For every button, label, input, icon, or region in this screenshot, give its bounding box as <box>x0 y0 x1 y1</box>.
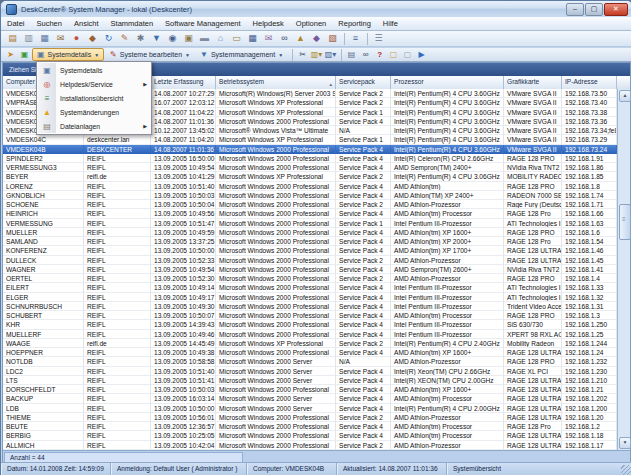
table-row[interactable]: SAMLANDREIFL13.09.2005 13:37:25Microsoft… <box>3 237 617 246</box>
license-icon[interactable]: ▭ <box>229 32 244 45</box>
minimize-button[interactable]: – <box>566 3 584 16</box>
status-ok-icon[interactable]: ▣ <box>18 49 31 61</box>
table-row[interactable]: VMDESK04BDESKCENTER14.08.2007 11:01:36Mi… <box>3 145 617 154</box>
vertical-scrollbar[interactable]: ▲ ▼ <box>617 89 630 450</box>
table-row[interactable]: BEYERreifl.de13.09.2005 10:41:29Microsof… <box>3 172 617 181</box>
table-row[interactable]: LDC2REIFL13.09.2005 10:51:40Microsoft Wi… <box>3 367 617 376</box>
home-icon[interactable]: ⌂ <box>213 32 228 45</box>
database-icon[interactable]: ▬ <box>197 32 212 45</box>
table-row[interactable]: WAGNERREIFL13.09.2005 10:49:54Microsoft … <box>3 265 617 274</box>
title-bar[interactable]: DeskCenter® System Manager - lokal (Desk… <box>1 1 631 17</box>
search-monitor-icon[interactable]: ◉ <box>165 32 180 45</box>
menu-item-installationsübersicht[interactable]: ≡Installationsübersicht <box>38 91 150 105</box>
refresh-icon[interactable]: ↻ <box>101 32 116 45</box>
table-row[interactable]: KHRREIFL13.09.2005 14:39:43Microsoft Win… <box>3 320 617 329</box>
table-row[interactable]: BACKUPREIFL13.09.2005 16:03:14Microsoft … <box>3 394 617 403</box>
table-row[interactable]: SCHNURRBUSCHREIFL13.09.2005 10:49:30Micr… <box>3 302 617 311</box>
table-row[interactable]: MUELLERFREIFL13.09.2005 10:49:46Microsof… <box>3 330 617 339</box>
menu-optionen[interactable]: Optionen <box>290 17 332 30</box>
user-globe-icon[interactable]: ◆ <box>85 32 100 45</box>
menu-suchen[interactable]: Suchen <box>31 17 68 30</box>
archive-icon[interactable]: ▣ <box>181 32 196 45</box>
gears-icon[interactable]: ✱ <box>133 32 148 45</box>
launch-icon[interactable]: ➤ <box>4 49 17 61</box>
scroll-up-button[interactable]: ▲ <box>619 90 631 102</box>
window-disabled-icon[interactable]: ▢ <box>401 49 414 61</box>
table-row[interactable]: LTSREIFL13.09.2005 10:51:41Microsoft Win… <box>3 376 617 385</box>
user-key-icon[interactable]: ✉ <box>53 32 68 45</box>
sort-list-icon[interactable]: ≡ <box>348 32 363 45</box>
contacts-icon[interactable]: ✉ <box>261 32 276 45</box>
menu-datei[interactable]: Datei <box>1 17 31 30</box>
column-header-prozessor[interactable]: Prozessor <box>391 76 504 89</box>
users-icon[interactable]: ● <box>69 32 84 45</box>
table-row[interactable]: VERMESSUNGREIFL13.09.2005 10:51:47Micros… <box>3 219 617 228</box>
table-row[interactable]: ELGERREIFL13.09.2005 10:49:17Microsoft W… <box>3 293 617 302</box>
table-row[interactable]: OERTELREIFL13.09.2005 10:52:30Microsoft … <box>3 274 617 283</box>
window-icon[interactable]: ▢ <box>387 49 400 61</box>
table-row[interactable]: THIEMEREIFL13.09.2005 10:56:01Microsoft … <box>3 413 617 422</box>
menu-stammdaten[interactable]: Stammdaten <box>105 17 160 30</box>
table-row[interactable]: BERBIGREIFL13.09.2005 10:25:05Microsoft … <box>3 431 617 440</box>
columns-dropdown-icon[interactable]: ▥▾ <box>310 49 323 61</box>
paste-icon[interactable]: ▤ <box>5 32 20 45</box>
group-icon[interactable]: ◆ <box>309 32 324 45</box>
table-row[interactable]: VMDESK04Cdeskcenter.lan14.08.2007 11:04:… <box>3 135 617 144</box>
db-stack-icon[interactable]: ☰ <box>371 32 386 45</box>
column-header-ip-adresse[interactable]: IP-Adresse <box>562 76 617 89</box>
column-header-letzte-erfassung[interactable]: Letzte Erfassung <box>151 76 216 89</box>
column-header-betriebssystem[interactable]: Betriebssystem▲ <box>216 76 336 89</box>
table-row[interactable]: KONFERENZREIFL13.09.2005 10:50:00Microso… <box>3 246 617 255</box>
table-row[interactable]: EILERTREIFL13.09.2005 10:49:14Microsoft … <box>3 283 617 292</box>
table-row[interactable]: MUELLERREIFL13.09.2005 10:49:59Microsoft… <box>3 228 617 237</box>
close-button[interactable]: ✕ <box>604 3 628 16</box>
table-row[interactable]: SCHUBERTREIFL13.09.2005 10:50:07Microsof… <box>3 311 617 320</box>
menu-item-dateianlagen[interactable]: ▤Dateianlagen▶ <box>38 119 150 133</box>
table-row[interactable]: LORENZREIFL13.09.2005 10:51:40Microsoft … <box>3 182 617 191</box>
maximize-button[interactable]: ▢ <box>585 3 603 16</box>
table-row[interactable]: DORSCHFELDTREIFL13.09.2005 10:50:03Micro… <box>3 385 617 394</box>
table-row[interactable]: BEUTEREIFL13.09.2005 12:36:57Microsoft W… <box>3 422 617 431</box>
menu-ansicht[interactable]: Ansicht <box>68 17 105 30</box>
table-row[interactable]: VERMESSUNG3REIFL13.09.2005 10:49:54Micro… <box>3 163 617 172</box>
menu-item-helpdesk-service[interactable]: ◎Helpdesk/Service▶ <box>38 77 150 91</box>
help-icon[interactable]: ? <box>373 49 386 61</box>
print-icon[interactable]: ▤ <box>345 49 358 61</box>
import-icon[interactable]: ▼ <box>149 32 164 45</box>
column-header-grafikkarte[interactable]: Grafikkarte <box>504 76 562 89</box>
table-row[interactable]: WAAGEreifl.de13.09.2005 14:45:49Microsof… <box>3 339 617 348</box>
binoculars-icon[interactable]: ∞ <box>277 32 292 45</box>
menu-hilfe[interactable]: Hilfe <box>377 17 404 30</box>
find-icon[interactable]: ∞ <box>359 49 372 61</box>
table-row[interactable]: SCHOENEREIFL13.09.2005 10:50:04Microsoft… <box>3 200 617 209</box>
table-icon[interactable]: ▦ <box>245 32 260 45</box>
print-preview-icon[interactable]: ▦ <box>37 32 52 45</box>
table-row[interactable]: HOEPPNERREIFL13.09.2005 10:49:38Microsof… <box>3 348 617 357</box>
menu-item-systemänderungen[interactable]: ▲Systemänderungen <box>38 105 150 119</box>
nav-button-systeme-bearbeiten[interactable]: ✎Systeme bearbeiten▼ <box>106 49 194 61</box>
edit-icon[interactable]: ✎ <box>117 32 132 45</box>
nav-button-systemdetails[interactable]: ▣Systemdetails▼ <box>32 48 104 61</box>
table-row[interactable]: HEINRICHREIFL13.09.2005 10:49:56Microsof… <box>3 209 617 218</box>
menu-helpdesk[interactable]: Helpdesk <box>247 17 290 30</box>
next-icon[interactable]: ▶ <box>415 49 428 61</box>
table-row[interactable]: DULLECKREIFL13.09.2005 10:52:33Microsoft… <box>3 256 617 265</box>
menu-software-management[interactable]: Software Management <box>159 17 246 30</box>
resize-grip[interactable] <box>621 465 631 475</box>
table-row[interactable]: LDBREIFL13.09.2005 10:50:00Microsoft Win… <box>3 404 617 413</box>
column-header-servicepack[interactable]: Servicepack <box>336 76 391 89</box>
scroll-thumb[interactable] <box>619 204 631 240</box>
table-row[interactable]: NOTLDBREIFL13.09.2005 10:58:58Microsoft … <box>3 357 617 366</box>
cut-icon[interactable]: ✂ <box>296 49 309 61</box>
mail-package-icon[interactable]: ▧ <box>325 32 340 45</box>
fill-dropdown-icon[interactable]: ▨▾ <box>324 49 337 61</box>
scroll-down-button[interactable]: ▼ <box>619 437 631 449</box>
table-row[interactable]: ALLMICHREIFL13.09.2005 10:42:04Microsoft… <box>3 441 617 450</box>
menu-item-systemdetails[interactable]: ▣Systemdetails <box>38 63 150 77</box>
export-icon[interactable]: ▲ <box>293 32 308 45</box>
nav-button-systemmanagement[interactable]: ▼Systemmanagement▼ <box>196 49 287 61</box>
copy-icon[interactable]: ▥ <box>21 32 36 45</box>
table-row[interactable]: GKNOBLICHREIFL13.09.2005 10:50:03Microso… <box>3 191 617 200</box>
menu-reporting[interactable]: Reporting <box>332 17 377 30</box>
table-row[interactable]: SPINDLER2REIFL13.09.2005 16:50:00Microso… <box>3 154 617 163</box>
